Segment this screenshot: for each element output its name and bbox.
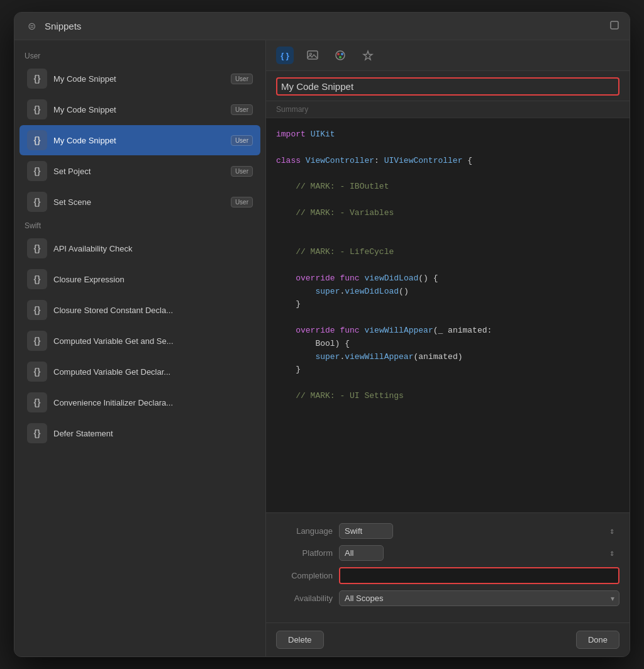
snippet-title-row [266, 71, 630, 101]
list-item[interactable]: {} My Code Snippet User [19, 64, 260, 94]
fullscreen-button[interactable] [609, 20, 619, 33]
snippet-icon: {} [27, 300, 47, 320]
availability-select[interactable]: All Scopes Class Body Function or Method… [339, 590, 619, 606]
titlebar: ⊜ Snippets [14, 13, 630, 40]
platform-select-wrapper: All iOS macOS tvOS watchOS [339, 545, 619, 561]
snippet-icon: {} [27, 362, 47, 382]
list-item[interactable]: {} Convenience Initializer Declara... [19, 387, 260, 417]
summary-label: Summary [266, 101, 630, 118]
snippet-icon: {} [27, 269, 47, 289]
completion-input[interactable] [340, 568, 618, 583]
snippet-icon: {} [27, 161, 47, 181]
snippet-icon: {} [27, 192, 47, 212]
availability-select-wrapper: All Scopes Class Body Function or Method… [339, 590, 619, 606]
list-item[interactable]: {} Set Poject User [19, 156, 260, 186]
list-item[interactable]: {} Computed Variable Get and Se... [19, 326, 260, 356]
svg-point-5 [341, 53, 343, 55]
list-item[interactable]: {} My Code Snippet User [19, 94, 260, 124]
list-item[interactable]: {} Defer Statement [19, 418, 260, 448]
svg-rect-0 [611, 21, 618, 29]
snippet-icon: {} [27, 69, 47, 89]
main-content: User {} My Code Snippet User {} My Code … [14, 40, 630, 656]
svg-rect-1 [308, 51, 318, 59]
snippet-icon: {} [27, 99, 47, 119]
snippet-icon: {} [27, 238, 47, 258]
availability-row: Availability All Scopes Class Body Funct… [276, 590, 619, 606]
window-icon: ⊜ [25, 19, 38, 33]
list-item[interactable]: {} API Availability Check [19, 233, 260, 263]
toolbar-code-btn[interactable]: { } [276, 47, 294, 64]
snippet-icon: {} [27, 130, 47, 150]
snippet-icon: {} [27, 392, 47, 412]
sidebar: User {} My Code Snippet User {} My Code … [14, 40, 266, 656]
completion-row: Completion [276, 567, 619, 584]
list-item[interactable]: {} Computed Variable Get Declar... [19, 357, 260, 387]
svg-point-2 [310, 53, 312, 55]
snippet-title-input[interactable] [276, 77, 619, 96]
detail-body: Summary import UIKit class ViewControlle… [266, 71, 630, 622]
toolbar-image-btn[interactable] [304, 47, 321, 64]
platform-row: Platform All iOS macOS tvOS watchOS [276, 545, 619, 561]
language-row: Language Swift Objective-C C C++ [276, 523, 619, 539]
svg-point-4 [337, 53, 340, 55]
language-select-wrapper: Swift Objective-C C C++ [339, 523, 619, 539]
snippets-window: ⊜ Snippets User {} My Code Snippet User … [14, 12, 630, 657]
delete-button[interactable]: Delete [276, 631, 324, 649]
platform-select[interactable]: All iOS macOS tvOS watchOS [339, 545, 384, 561]
snippet-icon: {} [27, 423, 47, 443]
language-label: Language [276, 526, 333, 536]
platform-label: Platform [276, 548, 333, 558]
section-label-swift: Swift [14, 218, 265, 233]
language-select[interactable]: Swift Objective-C C C++ [339, 523, 393, 539]
section-label-user: User [14, 48, 265, 63]
toolbar-star-btn[interactable] [359, 47, 377, 64]
snippet-icon: {} [27, 331, 47, 351]
completion-input-wrapper [339, 567, 619, 584]
availability-label: Availability [276, 594, 333, 603]
window-title: Snippets [45, 21, 81, 31]
detail-toolbar: { } [266, 40, 630, 71]
list-item[interactable]: {} Closure Expression [19, 264, 260, 294]
list-item[interactable]: {} Closure Stored Constant Decla... [19, 295, 260, 325]
detail-panel: { } [266, 40, 630, 656]
list-item[interactable]: {} Set Scene User [19, 187, 260, 217]
settings-area: Language Swift Objective-C C C++ Platfor… [266, 512, 630, 622]
svg-point-6 [339, 56, 341, 58]
completion-label: Completion [276, 571, 333, 580]
bottom-bar: Delete Done [266, 622, 630, 656]
code-editor[interactable]: import UIKit class ViewController: UIVie… [266, 118, 630, 512]
toolbar-color-btn[interactable] [331, 47, 349, 64]
done-button[interactable]: Done [576, 631, 619, 649]
list-item-active[interactable]: {} My Code Snippet User [19, 125, 260, 155]
